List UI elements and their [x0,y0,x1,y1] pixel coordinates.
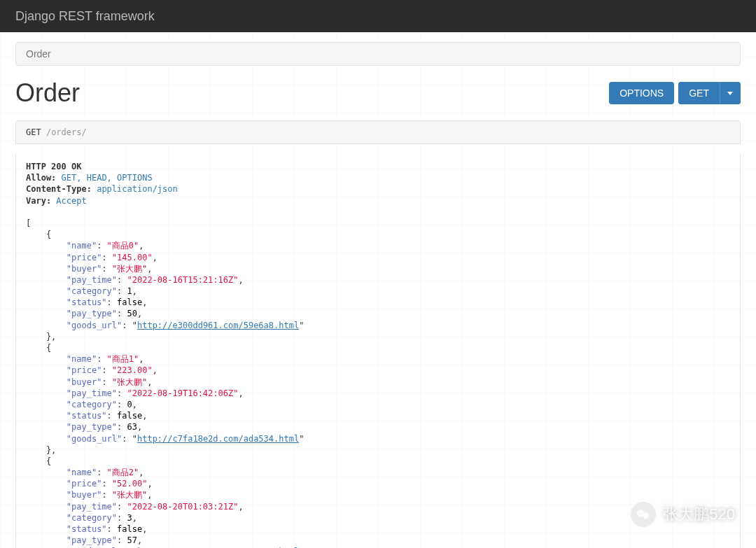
goods-url-link[interactable]: http://e300dd961.com/59e6a8.html [137,321,299,330]
brand-link[interactable]: Django REST framework [15,9,155,24]
get-button[interactable]: GET [678,82,720,104]
breadcrumb-item[interactable]: Order [26,48,51,59]
breadcrumb: Order [15,42,741,66]
options-button[interactable]: OPTIONS [609,82,674,104]
request-line: GET /orders/ [15,120,741,144]
chevron-down-icon [727,92,733,95]
get-dropdown-toggle[interactable] [720,82,741,104]
get-button-group: GET [678,82,741,104]
page-header: Order OPTIONS GET [15,78,741,108]
request-path: /orders/ [46,127,87,137]
goods-url-link[interactable]: http://c7fa18e2d.com/ada534.html [137,434,299,444]
page-title: Order [15,78,80,108]
navbar: Django REST framework [0,0,756,32]
response-body: HTTP 200 OK Allow: GET, HEAD, OPTIONS Co… [15,154,741,548]
request-method: GET [26,127,41,137]
